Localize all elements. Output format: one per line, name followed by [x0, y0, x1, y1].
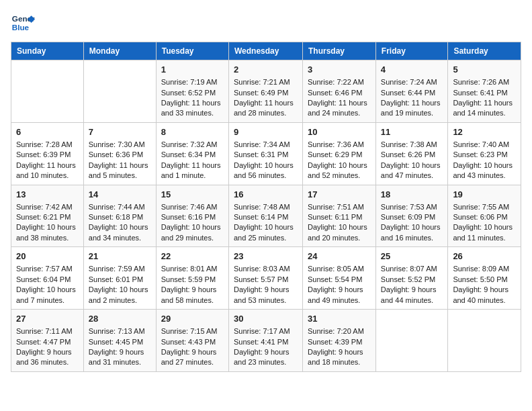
calendar-cell: 9Sunrise: 7:34 AMSunset: 6:31 PMDaylight… — [228, 122, 302, 185]
day-info-line: Sunset: 4:41 PM — [234, 337, 298, 347]
calendar-cell: 19Sunrise: 7:55 AMSunset: 6:06 PMDayligh… — [448, 185, 521, 247]
day-info-line: Sunset: 4:45 PM — [89, 337, 151, 347]
day-info-line: and 11 minutes. — [453, 233, 516, 243]
day-number: 28 — [89, 313, 151, 325]
logo: General Blue — [11, 11, 35, 35]
day-info-line: Sunrise: 7:51 AM — [308, 202, 371, 212]
day-info-line: Sunset: 6:29 PM — [308, 150, 371, 160]
day-info-line: Daylight: 10 hours — [234, 222, 298, 232]
calendar-cell — [448, 310, 521, 372]
calendar-cell: 5Sunrise: 7:26 AMSunset: 6:41 PMDaylight… — [448, 60, 521, 123]
day-info-line: and 38 minutes. — [16, 233, 79, 243]
calendar-cell: 26Sunrise: 8:09 AMSunset: 5:50 PMDayligh… — [448, 247, 521, 310]
day-info-line: Sunrise: 7:55 AM — [453, 202, 516, 212]
day-number: 9 — [234, 126, 298, 138]
day-info-line: Sunrise: 7:30 AM — [89, 140, 151, 150]
day-info-line: and 7 minutes. — [16, 295, 79, 306]
day-info-line: and 27 minutes. — [161, 357, 224, 367]
day-info-line: Sunrise: 7:38 AM — [381, 140, 443, 150]
day-number: 14 — [89, 189, 151, 201]
day-number: 23 — [234, 250, 298, 263]
day-info-line: Sunset: 5:57 PM — [234, 275, 298, 285]
calendar-cell: 10Sunrise: 7:36 AMSunset: 6:29 PMDayligh… — [303, 122, 376, 185]
calendar-cell: 14Sunrise: 7:44 AMSunset: 6:18 PMDayligh… — [83, 185, 156, 247]
day-info-line: Daylight: 9 hours — [161, 285, 224, 295]
day-number: 29 — [161, 313, 224, 325]
day-info-line: and 2 minutes. — [89, 295, 151, 306]
day-info-line: Sunset: 6:31 PM — [234, 150, 298, 160]
day-info-line: Daylight: 10 hours — [16, 285, 79, 295]
day-header-thursday: Thursday — [303, 42, 376, 60]
calendar-cell: 20Sunrise: 7:57 AMSunset: 6:04 PMDayligh… — [11, 247, 84, 310]
day-info-line: Daylight: 11 hours — [234, 98, 298, 108]
day-info-line: Sunset: 5:50 PM — [453, 275, 516, 285]
day-info-line: and 40 minutes. — [453, 295, 516, 306]
day-number: 10 — [308, 126, 371, 138]
day-info-line: and 24 minutes. — [308, 108, 371, 118]
calendar-cell: 21Sunrise: 7:59 AMSunset: 6:01 PMDayligh… — [83, 247, 156, 310]
day-number: 8 — [161, 126, 224, 138]
day-info-line: Sunrise: 7:59 AM — [89, 264, 151, 274]
calendar-cell: 15Sunrise: 7:46 AMSunset: 6:16 PMDayligh… — [156, 185, 228, 247]
calendar-cell: 18Sunrise: 7:53 AMSunset: 6:09 PMDayligh… — [375, 185, 448, 247]
day-info-line: and 43 minutes. — [453, 171, 516, 181]
day-info-line: Sunset: 6:11 PM — [308, 212, 371, 222]
day-info-line: Sunset: 6:16 PM — [161, 212, 224, 222]
day-info-line: Sunrise: 7:57 AM — [16, 264, 79, 274]
day-info-line: Sunrise: 7:19 AM — [161, 77, 224, 87]
calendar-week-5: 27Sunrise: 7:11 AMSunset: 4:47 PMDayligh… — [11, 310, 521, 372]
day-info-line: Daylight: 11 hours — [16, 161, 79, 171]
calendar-week-2: 6Sunrise: 7:28 AMSunset: 6:39 PMDaylight… — [11, 122, 521, 185]
day-info-line: and 58 minutes. — [161, 295, 224, 306]
day-info-line: Daylight: 9 hours — [308, 285, 371, 295]
day-info-line: and 53 minutes. — [234, 295, 298, 306]
day-info-line: Sunrise: 7:24 AM — [381, 77, 443, 87]
day-info-line: Sunrise: 8:05 AM — [308, 264, 371, 274]
day-info-line: Daylight: 9 hours — [308, 347, 371, 357]
calendar-cell: 31Sunrise: 7:20 AMSunset: 4:39 PMDayligh… — [303, 310, 376, 372]
day-info-line: Daylight: 9 hours — [234, 347, 298, 357]
day-header-monday: Monday — [83, 42, 156, 60]
calendar-cell — [83, 60, 156, 123]
day-number: 12 — [453, 126, 516, 138]
day-header-wednesday: Wednesday — [228, 42, 302, 60]
calendar-cell — [11, 60, 84, 123]
calendar-cell: 22Sunrise: 8:01 AMSunset: 5:59 PMDayligh… — [156, 247, 228, 310]
day-info-line: and 23 minutes. — [234, 357, 298, 367]
calendar-body: 1Sunrise: 7:19 AMSunset: 6:52 PMDaylight… — [11, 60, 521, 372]
day-info-line: Sunset: 6:14 PM — [234, 212, 298, 222]
calendar-cell: 24Sunrise: 8:05 AMSunset: 5:54 PMDayligh… — [303, 247, 376, 310]
day-number: 15 — [161, 189, 224, 201]
day-info-line: Sunrise: 7:17 AM — [234, 326, 298, 336]
day-info-line: Sunrise: 7:46 AM — [161, 202, 224, 212]
calendar-cell: 1Sunrise: 7:19 AMSunset: 6:52 PMDaylight… — [156, 60, 228, 123]
day-info-line: Sunset: 6:44 PM — [381, 88, 443, 98]
day-number: 11 — [381, 126, 443, 138]
day-info-line: Sunset: 6:21 PM — [16, 212, 79, 222]
calendar-cell: 8Sunrise: 7:32 AMSunset: 6:34 PMDaylight… — [156, 122, 228, 185]
day-info-line: Daylight: 11 hours — [381, 98, 443, 108]
day-info-line: Daylight: 11 hours — [308, 98, 371, 108]
day-info-line: Sunset: 6:41 PM — [453, 88, 516, 98]
calendar-week-1: 1Sunrise: 7:19 AMSunset: 6:52 PMDaylight… — [11, 60, 521, 123]
day-info-line: and 10 minutes. — [16, 171, 79, 181]
day-info-line: Sunrise: 7:13 AM — [89, 326, 151, 336]
day-number: 2 — [234, 64, 298, 76]
day-info-line: Daylight: 11 hours — [89, 161, 151, 171]
day-info-line: and 19 minutes. — [381, 108, 443, 118]
day-number: 30 — [234, 313, 298, 325]
day-header-sunday: Sunday — [11, 42, 84, 60]
day-info-line: and 31 minutes. — [89, 357, 151, 367]
calendar-cell: 7Sunrise: 7:30 AMSunset: 6:36 PMDaylight… — [83, 122, 156, 185]
day-number: 21 — [89, 250, 151, 263]
day-number: 20 — [16, 250, 79, 263]
calendar-cell: 16Sunrise: 7:48 AMSunset: 6:14 PMDayligh… — [228, 185, 302, 247]
day-number: 16 — [234, 189, 298, 201]
day-info-line: and 44 minutes. — [381, 295, 443, 306]
day-info-line: Daylight: 9 hours — [16, 347, 79, 357]
day-info-line: Sunset: 4:39 PM — [308, 337, 371, 347]
day-info-line: Daylight: 11 hours — [453, 98, 516, 108]
day-info-line: and 25 minutes. — [234, 233, 298, 243]
day-info-line: and 33 minutes. — [161, 108, 224, 118]
day-info-line: and 18 minutes. — [308, 357, 371, 367]
